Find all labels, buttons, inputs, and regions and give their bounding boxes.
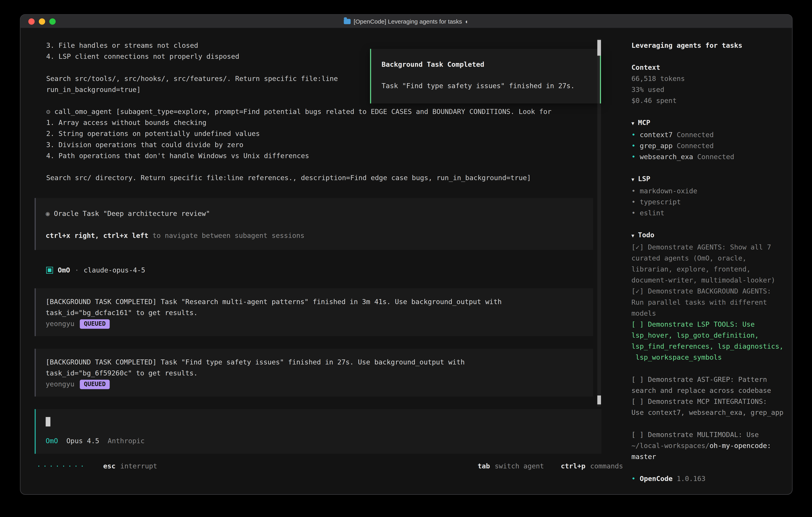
message-meta: yeongyu QUEUED — [46, 318, 583, 329]
lsp-section: LSP markdown-oxide typescript — [631, 173, 789, 219]
status-right: tab switch agent ctrl+p commands — [478, 461, 623, 472]
window-title-text: [OpenCode] Leveraging agents for tasks — [354, 18, 462, 25]
input-model: Opus 4.5 — [66, 435, 99, 446]
footer-text: OpenCode 1.0.163 — [640, 473, 705, 484]
chevron-down-icon — [631, 231, 638, 239]
oracle-task-title-text: Oracle Task "Deep architecture review" — [54, 210, 210, 217]
tool-call-footer: Search src/ directory. Return specific f… — [46, 172, 623, 183]
lsp-item: typescript — [631, 196, 789, 207]
gear-icon: ⚙ — [46, 108, 50, 115]
agent-model: claude-opus-4-5 — [84, 265, 145, 276]
app-footer: OpenCode 1.0.163 — [631, 473, 789, 484]
workspace-branch: master — [631, 453, 656, 460]
window-title: [OpenCode] Leveraging agents for tasks ◐ — [20, 15, 792, 28]
queued-badge: QUEUED — [80, 379, 110, 389]
tool-call-item: 1. Array access without bounds checking — [46, 117, 623, 128]
workspace-dir: ~/local-workspaces/ — [631, 442, 709, 450]
message-line: [BACKGROUND TASK COMPLETED] Task "Find t… — [46, 357, 583, 368]
lsp-heading: LSP — [638, 175, 650, 183]
mcp-name: context7 — [640, 131, 673, 139]
mcp-section-header[interactable]: MCP — [631, 117, 789, 129]
message-box: [BACKGROUND TASK COMPLETED] Task "Find t… — [35, 349, 593, 397]
hint-keys: ctrl+x right, ctrl+x left — [46, 232, 148, 240]
agent-icon — [46, 267, 53, 274]
oracle-task-title: ◉ Oracle Task "Deep architecture review" — [46, 208, 583, 219]
tool-call-item: 4. Path operations that don't handle Win… — [46, 150, 623, 161]
workspace-repo: oh-my-opencode: — [709, 442, 771, 450]
content: 3. File handles or streams not closed 4.… — [20, 28, 792, 494]
screen: [OpenCode] Leveraging agents for tasks ◐… — [0, 0, 812, 517]
sidebar: Leveraging agents for tasks Context 66,5… — [623, 28, 793, 494]
mcp-item: websearch_exa Connected — [631, 151, 789, 162]
message-box: [BACKGROUND TASK COMPLETED] Task "Resear… — [35, 288, 593, 336]
message-line: task_id="bg_dcfac161" to get results. — [46, 307, 583, 318]
bullet-icon — [631, 473, 636, 484]
hint-text: to navigate between subagent sessions — [148, 232, 304, 240]
todo-item: [✓] Demonstrate BACKGROUND AGENTS:Run pa… — [631, 286, 789, 319]
context-heading: Context — [631, 62, 789, 73]
todo-item: [✓] Demonstrate AGENTS: Show all 7curate… — [631, 242, 789, 286]
message-meta: yeongyu QUEUED — [46, 379, 583, 390]
mcp-heading: MCP — [638, 119, 650, 127]
session-title: Leveraging agents for tasks — [631, 40, 789, 51]
agent-header: OmO · claude-opus-4-5 — [46, 265, 623, 276]
oracle-nav-hint: ctrl+x right, ctrl+x left to navigate be… — [46, 230, 583, 241]
chevron-down-icon — [631, 119, 638, 127]
terminal-window: [OpenCode] Leveraging agents for tasks ◐… — [20, 14, 793, 495]
mcp-item-text: context7 Connected — [640, 129, 714, 140]
lsp-list: markdown-oxide typescript eslint — [631, 185, 789, 219]
context-tokens: 66,518 tokens — [631, 73, 789, 84]
lsp-name: typescript — [640, 196, 681, 207]
mcp-list: context7 Connected grep_app Connected we… — [631, 129, 789, 162]
mcp-status: Connected — [677, 142, 714, 149]
toast-title: Background Task Completed — [382, 59, 589, 70]
prompt-input[interactable]: OmO Opus 4.5 Anthropic — [35, 409, 601, 454]
folder-icon — [344, 19, 350, 24]
workspace-path: ~/local-workspaces/oh-my-opencode:master — [631, 440, 789, 462]
chevron-down-icon — [631, 175, 638, 183]
terminal-main: 3. File handles or streams not closed 4.… — [20, 28, 623, 494]
todo-section: Todo [✓] Demonstrate AGENTS: Show all 7c… — [631, 229, 789, 440]
todo-item: [ ] Demonstrate AST-GREP: Patternsearch … — [631, 374, 789, 396]
toast-body: Task "Find type safety issues" finished … — [382, 80, 589, 91]
todo-list: [✓] Demonstrate AGENTS: Show all 7curate… — [631, 242, 789, 440]
tab-key-hint: tab — [478, 461, 490, 472]
tool-call-header-text: call_omo_agent [subagent_type=explore, p… — [54, 108, 551, 115]
app-name: OpenCode — [640, 475, 673, 483]
spinner-dots: ········ — [37, 461, 87, 472]
oracle-task-box: ◉ Oracle Task "Deep architecture review"… — [35, 198, 593, 250]
mcp-status: Connected — [697, 153, 734, 161]
lsp-item: markdown-oxide — [631, 185, 789, 196]
esc-key-label: interrupt — [120, 461, 157, 472]
main-scrollbar-track — [598, 39, 601, 406]
message-line: [BACKGROUND TASK COMPLETED] Task "Resear… — [46, 296, 583, 307]
lsp-section-header[interactable]: LSP — [631, 173, 789, 185]
input-agent-name: OmO — [46, 435, 58, 446]
bullet-icon — [631, 129, 636, 140]
context-section: Context 66,518 tokens 33% used $0.46 spe… — [631, 62, 789, 106]
queued-badge: QUEUED — [80, 319, 110, 328]
bullet-icon — [631, 196, 636, 207]
message-author: yeongyu — [46, 379, 75, 390]
terminal-blank-line — [46, 161, 623, 172]
ctrlp-key-hint: ctrl+p — [561, 461, 585, 472]
todo-section-header[interactable]: Todo — [631, 229, 789, 242]
todo-item: [ ] Demonstrate MULTIMODAL: Use — [631, 429, 789, 440]
titlebar: [OpenCode] Leveraging agents for tasks ◐ — [20, 15, 792, 28]
mcp-name: websearch_exa — [640, 153, 693, 161]
agent-name: OmO — [58, 265, 70, 276]
tab-key-label: switch agent — [495, 461, 544, 472]
lsp-name: eslint — [640, 208, 664, 219]
context-used: 33% used — [631, 84, 789, 95]
ctrlp-key-label: commands — [590, 461, 623, 472]
mcp-name: grep_app — [640, 142, 673, 149]
todo-item: [ ] Demonstrate MCP INTEGRATIONS:Use con… — [631, 396, 789, 418]
message-author: yeongyu — [46, 318, 75, 329]
main-scrollbar-thumb[interactable] — [598, 396, 601, 404]
bullet-icon — [631, 151, 636, 162]
context-spent: $0.46 spent — [631, 95, 789, 106]
text-cursor — [46, 417, 51, 427]
main-scrollbar-thumb[interactable] — [598, 40, 601, 56]
lsp-item: eslint — [631, 208, 789, 219]
lsp-name: markdown-oxide — [640, 185, 697, 196]
